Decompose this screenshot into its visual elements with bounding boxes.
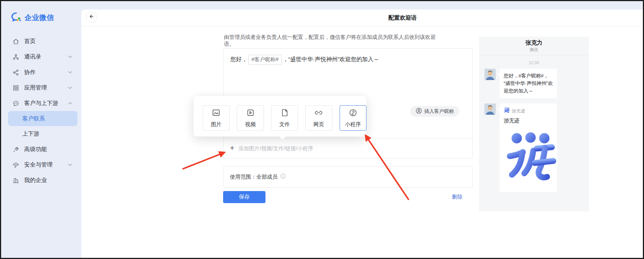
miniprogram-card: 游无迹 游无迹 [500,103,557,192]
chat-preview-panel: 张克力 腾讯 12:00 您好，#客户昵称#，“盛世中华·声悦神州”欢迎您的加入… [479,37,589,211]
sidebar-subitem-label: 上下游 [22,130,39,137]
attachment-option-image[interactable]: 图片 [203,105,230,131]
attachment-type-popup: 图片 视频 文件 网页 [193,96,367,137]
attachment-option-miniprogram[interactable]: 小程序 [340,105,366,131]
sidebar-item-customers[interactable]: 客户与上下游 [1,96,81,111]
wecom-admin-window: 企业微信 首页 通讯录 协作 [0,0,644,259]
sidebar-item-label: 我的企业 [24,177,47,184]
wecom-bubble-icon [11,12,22,24]
info-icon[interactable] [280,173,286,180]
customer-chat-icon [12,100,19,107]
usage-scope-row[interactable]: 使用范围：全部成员 [223,166,473,188]
chevron-down-icon [68,86,72,89]
contact-name: 张克力 [479,39,589,46]
preview-header: 张克力 腾讯 [479,37,589,55]
contact-org: 腾讯 [479,47,589,53]
attachment-option-label: 文件 [279,121,290,128]
miniprogram-title: 游无迹 [504,117,553,124]
sidebar-item-label: 首页 [24,38,36,45]
image-icon [212,108,220,119]
chevron-down-icon [68,55,72,58]
sidebar-subitem-customer-contact[interactable]: 客户联系 [8,111,78,126]
message-timestamp: 12:00 [479,60,589,65]
save-button[interactable]: 保存 [223,191,265,203]
video-icon [246,108,255,119]
sidebar-subitem-upstream-downstream[interactable]: 上下游 [1,126,81,142]
miniprogram-app-icon [504,107,510,115]
sidebar-item-label: 高级功能 [24,146,47,153]
welcome-message-text: 您好，#客户昵称#，“盛世中华·声悦神州”欢迎您的加入～ [223,49,472,71]
avatar [484,103,496,115]
usage-scope-label: 使用范围：全部成员 [230,174,278,180]
plus-icon: + [230,144,234,153]
arrow-left-icon [88,14,94,21]
sidebar-menu: 首页 通讯录 协作 应用管理 [1,34,81,188]
avatar [484,69,496,80]
logo-text: 企业微信 [25,13,54,23]
sidebar-item-home[interactable]: 首页 [1,34,81,49]
chevron-down-icon [68,71,72,74]
miniprogram-icon [349,108,357,119]
sidebar-item-advanced-features[interactable]: 高级功能 [1,142,81,157]
attachment-option-link[interactable]: 网页 [305,105,332,131]
sidebar: 企业微信 首页 通讯录 协作 [1,1,81,258]
back-button[interactable] [86,12,96,22]
sidebar-item-app-management[interactable]: 应用管理 [1,80,81,96]
sidebar-item-label: 通讯录 [24,53,41,60]
wecom-logo: 企业微信 [1,12,81,24]
customer-nickname-tag[interactable]: #客户昵称# [248,55,282,65]
umbrella-icon [12,162,19,168]
sidebar-item-collaboration[interactable]: 协作 [1,65,81,80]
message-row: 您好，#客户昵称#，“盛世中华·声悦神州”欢迎您的加入～ [484,69,583,98]
home-icon [12,38,19,45]
miniprogram-logo-image [504,130,557,186]
attachment-option-label: 视频 [245,121,256,128]
sidebar-item-security[interactable]: 安全与管理 [1,157,81,173]
advanced-icon [12,146,19,153]
collaboration-icon [12,69,19,76]
insert-nickname-button[interactable]: 插入客户昵称 [410,106,459,117]
attachment-option-label: 图片 [211,121,222,128]
add-attachment-label: 添加图片/视频/文件/链接/小程序 [239,145,313,152]
welcome-message-bubble: 您好，#客户昵称#，“盛世中华·声悦神州”欢迎您的加入～ [500,69,557,98]
config-description: 由管理员或者业务负责人统一配置，配置后，微信客户将在添加成员为联系人后收到该欢迎… [224,34,436,48]
greeting-prefix: 您好， [230,56,247,62]
page-title: 配置欢迎语 [388,14,417,22]
sidebar-item-label: 安全与管理 [24,161,53,168]
enterprise-icon [12,177,19,184]
sidebar-item-contacts[interactable]: 通讯录 [1,49,81,65]
attachment-option-label: 小程序 [345,121,361,128]
link-icon [314,108,323,119]
sidebar-item-label: 协作 [24,69,36,76]
sidebar-item-label: 应用管理 [24,84,47,91]
miniprogram-card-header: 游无迹 [504,107,553,115]
preview-messages: 您好，#客户昵称#，“盛世中华·声悦神州”欢迎您的加入～ 游无迹 游无迹 [479,69,589,192]
greeting-suffix: ，“盛世中华·声悦神州”欢迎您的加入～ [283,56,379,62]
sidebar-item-my-enterprise[interactable]: 我的企业 [1,173,81,188]
insert-nickname-label: 插入客户昵称 [424,108,454,115]
sidebar-item-label: 客户与上下游 [24,100,58,107]
attachment-option-label: 网页 [313,121,324,128]
contacts-icon [12,54,19,60]
miniprogram-app-name: 游无迹 [512,108,525,114]
message-row: 游无迹 游无迹 [484,103,583,192]
sidebar-subitem-label: 客户联系 [22,115,45,122]
person-circle-icon [416,108,422,115]
attachment-option-video[interactable]: 视频 [237,105,264,131]
file-icon [280,108,289,119]
delete-button[interactable]: 删除 [452,194,462,200]
chevron-up-icon [68,102,72,105]
page-header: 配置欢迎语 [81,9,643,26]
main-panel: 配置欢迎语 由管理员或者业务负责人统一配置，配置后，微信客户将在添加成员为联系人… [81,9,643,258]
add-attachment-row[interactable]: + 添加图片/视频/文件/链接/小程序 [223,139,472,158]
chevron-down-icon [68,163,72,166]
apps-grid-icon [12,85,19,91]
attachment-option-file[interactable]: 文件 [271,105,298,131]
